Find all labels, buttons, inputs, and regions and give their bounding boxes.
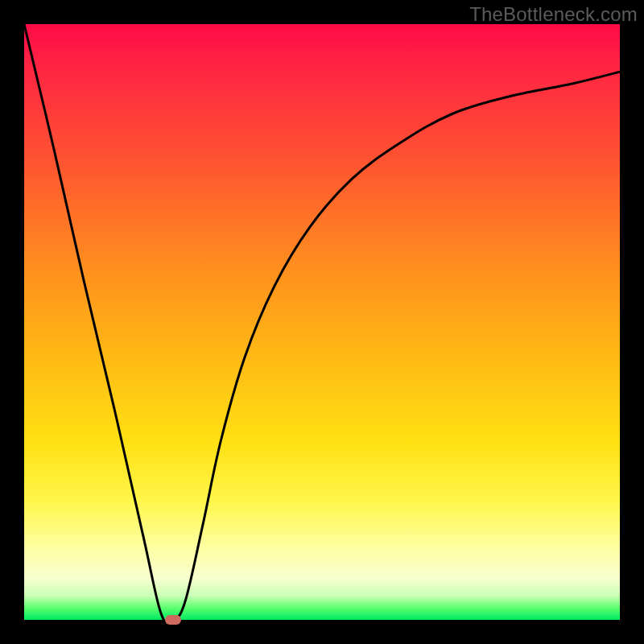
minimum-marker xyxy=(165,615,181,625)
watermark-text: TheBottleneck.com xyxy=(469,3,638,26)
bottleneck-curve xyxy=(24,24,620,620)
plot-area xyxy=(24,24,620,620)
chart-frame: TheBottleneck.com xyxy=(0,0,644,644)
